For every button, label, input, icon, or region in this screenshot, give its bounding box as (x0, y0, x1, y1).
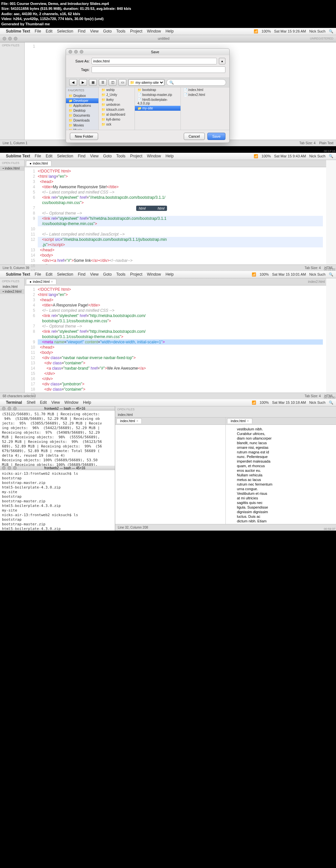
file-item[interactable]: 📁 wship (99, 87, 135, 92)
tab-index2[interactable]: ● index2.html × (26, 279, 57, 284)
editor-content[interactable]: <!DOCTYPE html><html lang="en"> <head> <… (38, 160, 326, 265)
autocomplete-tooltip[interactable]: html html (136, 206, 167, 211)
wifi-icon[interactable]: 📶 (252, 401, 256, 405)
menubar: Sublime Text File Edit Selection Find Vi… (0, 28, 336, 35)
window-titlebar: untitled UNREGISTERED (0, 35, 336, 42)
editor-content[interactable]: <!DOCTYPE html><html lang="en"> <head> <… (38, 278, 326, 393)
save-as-input[interactable] (92, 58, 217, 64)
menubar: Sublime Text File Edit Selection Find Vi… (0, 153, 336, 160)
minimap[interactable] (326, 160, 336, 265)
terminal-output-2[interactable]: nicks-air-13:frontweb2 nicksuch$ ls boot… (0, 470, 115, 531)
user-menu[interactable]: Nick Such (309, 29, 326, 33)
favorite-item[interactable]: 📁 Desktop (66, 108, 98, 113)
view-columns-icon[interactable]: ◫ (109, 79, 116, 86)
status-cursor: Line 1, Column 1 (3, 141, 28, 145)
file-item[interactable]: 📁 bootstrap (135, 87, 180, 92)
sidebar-file-index[interactable]: index.html (115, 412, 136, 417)
dialog-window-controls[interactable] (69, 50, 83, 54)
menu-project[interactable]: Project (130, 29, 142, 33)
window-controls[interactable] (2, 466, 17, 470)
tab-right[interactable]: index.html × (227, 418, 252, 424)
file-item[interactable]: 📁 umbotron (99, 102, 135, 107)
favorite-item[interactable]: 📁 Movies (66, 123, 98, 128)
right-editor-pane[interactable]: vestibulum nibh.Curabitur ultrices,diam … (236, 425, 336, 524)
editor-gutter: 1 (25, 42, 38, 140)
file-column-1[interactable]: 📁 wship📁 J_Unity📁 ikeky📁 umbotron📁 icksu… (99, 87, 135, 130)
battery-icon[interactable]: 100% (262, 29, 271, 33)
menu-tools[interactable]: Tools (116, 29, 125, 33)
editor-gutter: 123456 789 101112 131415161718 (25, 160, 38, 265)
save-button[interactable]: Save (207, 133, 226, 140)
file-item[interactable]: 📁 my-site (135, 106, 180, 111)
active-app-name[interactable]: Sublime Text (6, 29, 30, 33)
file-item[interactable]: 📁 icksuch.com (99, 107, 135, 112)
favorite-item[interactable]: 📁 Downloads (66, 118, 98, 123)
favorite-item[interactable]: 📁 Dropbox (66, 93, 98, 98)
close-icon[interactable]: × (136, 419, 138, 423)
menu-window[interactable]: Window (147, 29, 161, 33)
active-app-name[interactable]: Sublime Text (6, 154, 30, 158)
file-item[interactable]: 📁 J_Unity (99, 92, 135, 97)
favorite-item[interactable]: 📁 Developer (66, 98, 98, 103)
editor-gutter: 293031 (226, 425, 236, 524)
status-lang[interactable]: Plain Text (319, 141, 333, 145)
save-file-dialog: Save Save As: ▲ Tags: ◀ ▶ ▦ ☰ ◫ ▭ (66, 48, 230, 143)
left-editor-pane[interactable] (115, 425, 226, 524)
status-tabsize[interactable]: Tab Size: 4 (299, 141, 315, 145)
background-tab[interactable]: index2.html (308, 280, 325, 283)
panel-3: Sublime Text File Edit Selection Find Vi… (0, 271, 336, 399)
file-item[interactable]: 📄 html5-boilerplate-4.3.0.zip (135, 97, 180, 106)
sidebar-file-index[interactable]: • index.html (0, 166, 24, 171)
back-button[interactable]: ◀ (69, 79, 77, 86)
file-column-2[interactable]: 📁 bootstrap📄 bootstrap-master.zip📄 html5… (135, 87, 181, 130)
view-grid-icon[interactable]: ▦ (89, 79, 97, 86)
window-title: untitled (18, 36, 310, 40)
file-item[interactable]: 📁 ikeky (99, 97, 135, 102)
menu-view[interactable]: View (90, 29, 99, 33)
file-item[interactable]: 📁 ock (99, 122, 135, 127)
window-controls[interactable] (2, 407, 17, 410)
menu-goto[interactable]: Goto (103, 29, 111, 33)
favorite-item[interactable]: 📁 Applications (66, 103, 98, 108)
dialog-search[interactable] (166, 79, 226, 86)
view-list-icon[interactable]: ☰ (99, 79, 107, 86)
menu-file[interactable]: File (35, 29, 41, 33)
file-column-3[interactable]: 📄 index.html📄 index2.html (181, 87, 229, 130)
menu-selection[interactable]: Selection (57, 29, 73, 33)
tab-left[interactable]: index.html × (116, 418, 142, 424)
file-item[interactable]: 📁 al dashboard (99, 112, 135, 117)
window-controls[interactable] (3, 37, 18, 40)
wifi-icon[interactable]: 📶 (254, 154, 258, 158)
spotlight-icon[interactable]: 🔍 (329, 29, 333, 33)
dialog-title: Save (83, 50, 227, 54)
close-icon[interactable]: × (51, 280, 53, 283)
wifi-icon[interactable]: 📶 (254, 29, 258, 33)
wifi-icon[interactable]: 📶 (252, 272, 256, 277)
expand-icon[interactable]: ▲ (219, 58, 226, 64)
terminal-output-1[interactable]: (53122/56689), 51.70 MiB | Receiving obj… (0, 411, 115, 466)
menu-help[interactable]: Help (165, 29, 174, 33)
menu-edit[interactable]: Edit (45, 29, 53, 33)
close-icon[interactable]: × (247, 419, 249, 423)
favorite-item[interactable]: 📁 Documents (66, 113, 98, 118)
panel-2: Sublime Text File Edit Selection Find Vi… (0, 153, 336, 271)
clock[interactable]: Sat Mar 15 9:26 AM (274, 29, 306, 33)
file-item[interactable]: 📁 kyll-demo (99, 117, 135, 122)
minimap[interactable] (326, 278, 336, 393)
file-item[interactable]: 📄 index.html (181, 87, 229, 92)
file-item[interactable]: 📄 index2.html (181, 92, 229, 97)
view-cover-icon[interactable]: ▭ (119, 79, 126, 86)
sidebar-file-index2[interactable]: • index2.html (0, 289, 24, 294)
menu-find[interactable]: Find (78, 29, 85, 33)
sidebar: OPEN FILES index.html • index2.html (0, 278, 25, 393)
cancel-button[interactable]: Cancel (184, 133, 205, 140)
folder-select[interactable]: 📁 my-sitemy-site (128, 79, 164, 86)
sidebar-file-index[interactable]: index.html (0, 284, 24, 289)
tags-input[interactable] (92, 66, 226, 73)
sidebar: OPEN FILES • index.html (0, 160, 25, 265)
new-folder-button[interactable]: New Folder (70, 133, 98, 140)
favorite-item[interactable]: 📁 Music (66, 128, 98, 130)
file-item[interactable]: 📄 bootstrap-master.zip (135, 92, 180, 97)
status-cursor: Line 32, Column 208 (118, 526, 148, 529)
fwd-button[interactable]: ▶ (79, 79, 87, 86)
